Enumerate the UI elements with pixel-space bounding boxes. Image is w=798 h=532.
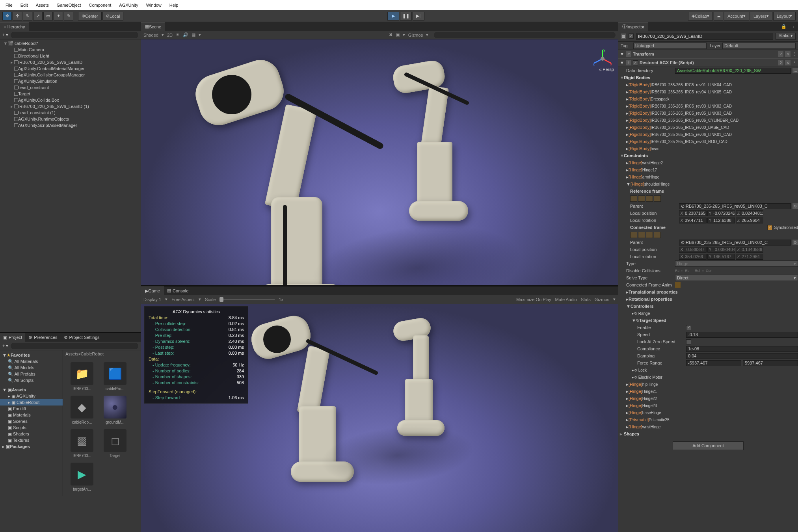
force-max[interactable]: 5937.467 [743, 360, 798, 366]
create-dropdown[interactable]: + ▾ [2, 32, 8, 37]
hierarchy-item[interactable]: AgXUnity.CollisionGroupsManager [0, 72, 141, 78]
mute-toggle[interactable]: Mute Audio [555, 297, 577, 302]
menu-component[interactable]: Component [85, 3, 115, 7]
rigidbody-item[interactable]: ▸[RigidBody] IRB6700_235-265_IRC5_rev04_… [618, 88, 798, 95]
hinge-item[interactable]: ▸[Hinge] wristHinge [618, 423, 798, 430]
gizmos-dropdown[interactable]: Gizmos [408, 33, 423, 37]
stats-toggle[interactable]: Stats [581, 297, 591, 302]
hierarchy-item[interactable]: head_constraint (1) [0, 110, 141, 116]
rigidbody-item[interactable]: ▸[RigidBody] IRB6700_235-265_IRC5_rev06_… [618, 117, 798, 124]
rigidbody-item[interactable]: ▸[RigidBody] IRB6700_235-265_IRC5_rev06_… [618, 131, 798, 138]
parent-field-2[interactable]: ⊙IRB6700_235-265_IRC5_rev03_LINK02_C [679, 240, 791, 246]
hinge-item[interactable]: ▸[Hinge] Hinge17 [618, 166, 798, 173]
folder-item[interactable]: ▣ Scenes [0, 418, 63, 424]
hierarchy-item[interactable]: AgXUnity.Collide.Box [0, 97, 141, 103]
hinge-item[interactable]: ▸[Hinge] armHinge [618, 173, 798, 180]
breadcrumb[interactable]: Assets > CableRobot [63, 350, 141, 357]
menu-icon[interactable]: ⋮ [792, 52, 796, 57]
account-dropdown[interactable]: Account ▾ [724, 12, 749, 20]
speed-field[interactable]: -0.13 [686, 332, 798, 338]
audio-icon[interactable]: 🔊 [183, 32, 188, 37]
static-dropdown[interactable]: Static ▾ [776, 33, 796, 40]
sync-toggle[interactable]: ✓ [767, 225, 772, 230]
asset-item[interactable]: 🟦cablePro... [101, 362, 129, 391]
prismatic-item[interactable]: ▸[Prismatic] Prismatic25 [618, 416, 798, 423]
scene-search[interactable] [434, 32, 616, 38]
hinge-item[interactable]: ▸[Hinge] Hinge22 [618, 395, 798, 402]
folder-item[interactable]: ▸ ▣ AGXUnity [0, 393, 63, 399]
play-button[interactable]: ▶ [387, 12, 399, 20]
menu-gameobject[interactable]: GameObject [53, 3, 85, 7]
layout-dropdown[interactable]: Layout ▾ [773, 12, 796, 20]
cloud-button[interactable]: ☁ [714, 12, 723, 20]
hierarchy-item[interactable]: Main Camera [0, 47, 141, 53]
folder-item[interactable]: ▣ Scripts [0, 424, 63, 431]
pivot-local[interactable]: ⊘ Local [102, 12, 123, 20]
hinge-item[interactable]: ▸[Hinge] hipHinge [618, 381, 798, 388]
rect-tool[interactable]: ▭ [43, 12, 53, 20]
rigidbody-item[interactable]: ▸[RigidBody] IRB6700_235-265_IRC5_rev01_… [618, 81, 798, 88]
game-view[interactable]: AGX Dynamics statisticsTotal time:3.84 m… [141, 304, 618, 532]
project-settings-tab[interactable]: ⚙ Project Settings [61, 333, 103, 342]
type-dropdown[interactable]: Hinge ▾ [675, 260, 798, 267]
folder-item[interactable]: ▣ Forklift [0, 406, 63, 412]
menu-file[interactable]: File [2, 3, 17, 7]
compliance-field[interactable]: 1e-08 [686, 346, 798, 352]
hinge-item[interactable]: ▸[Hinge] Hinge23 [618, 402, 798, 409]
project-search[interactable] [11, 343, 138, 349]
preferences-tab[interactable]: ⚙ Preferences [25, 333, 60, 342]
hierarchy-tab[interactable]: ≡ Hierarchy [0, 22, 29, 31]
inspector-tab[interactable]: ⓘ Inspector [618, 22, 648, 31]
preset-icon[interactable]: ⎋ [785, 51, 791, 57]
asset-item[interactable]: ▶targetAn... [68, 463, 96, 491]
menu-window[interactable]: Window [142, 3, 166, 7]
hinge-item-open[interactable]: ▼[Hinge] shoulderHinge [618, 180, 798, 188]
rigidbody-item[interactable]: ▸[RigidBody] head [618, 145, 798, 152]
hierarchy-item[interactable]: ▸ IRB6700_220_265_SW6_LeanID (1) [0, 103, 141, 110]
menu-agxunity[interactable]: AGXUnity [115, 3, 142, 7]
favorites-header[interactable]: ▼ ★ Favorites [0, 352, 63, 358]
gizmo-icon[interactable]: ✖ [389, 32, 392, 37]
hinge-item[interactable]: ▸[Hinge] baseHinge [618, 409, 798, 416]
folder-item[interactable]: ▣ Textures [0, 437, 63, 443]
force-min[interactable]: -5937.467 [686, 360, 741, 366]
solve-dropdown[interactable]: Direct ▾ [675, 275, 798, 281]
menu-icon[interactable]: ⋮ [792, 60, 796, 65]
favorite-item[interactable]: 🔍 All Scripts [0, 377, 63, 383]
layer-dropdown[interactable]: Default [722, 43, 796, 49]
asset-item[interactable]: ▩IRB6700... [68, 429, 96, 458]
scene-tab[interactable]: ▦ Scene [141, 22, 165, 31]
camera-icon[interactable]: ▣ [396, 32, 400, 37]
component-header[interactable]: ▼↗Transform?⎋⋮ [618, 50, 798, 58]
parent-field[interactable]: ⊙IRB6700_235-265_IRC5_rev05_LINK03_C [679, 203, 791, 209]
rigidbody-item[interactable]: ▸[RigidBody] IRB6700_235-265_IRC5_rev05_… [618, 110, 798, 117]
packages-header[interactable]: ▸ ▣ Packages [0, 443, 63, 450]
favorite-item[interactable]: 🔍 All Materials [0, 358, 63, 365]
hierarchy-item[interactable]: AGXUnity.RuntimeObjects [0, 116, 141, 122]
gameobject-name[interactable] [636, 33, 773, 40]
rigidbody-item[interactable]: ▸[RigidBody] IRB6700_235-265_IRC5_rev00_… [618, 124, 798, 131]
project-create[interactable]: + ▾ [2, 343, 8, 348]
active-checkbox[interactable]: ✓ [629, 33, 634, 39]
menu-assets[interactable]: Assets [32, 3, 53, 7]
favorite-item[interactable]: 🔍 All Models [0, 365, 63, 371]
hierarchy-item[interactable]: head_constraint [0, 84, 141, 91]
rotate-tool[interactable]: ↻ [23, 12, 32, 20]
scale-tool[interactable]: ⤢ [33, 12, 43, 20]
hierarchy-item[interactable]: AgXUnity.Simulation [0, 78, 141, 84]
pause-button[interactable]: ❚❚ [400, 12, 412, 20]
menu-edit[interactable]: Edit [17, 3, 32, 7]
scene-root[interactable]: ▼🎬 cableRobot* [0, 40, 141, 47]
enable-checkbox[interactable]: ✓ [686, 325, 691, 330]
lock-icon[interactable]: 🔒 [779, 24, 789, 29]
rigidbody-item[interactable]: ▸[RigidBody] Dresspack [618, 95, 798, 102]
help-icon[interactable]: ? [778, 51, 783, 57]
project-tab[interactable]: ▣ Project [0, 333, 25, 342]
layers-dropdown[interactable]: Layers ▾ [750, 12, 772, 20]
data-dir-field[interactable]: Assets/CableRobot/IRB6700_220_265_SW [675, 68, 791, 74]
step-button[interactable]: ▶| [413, 12, 424, 20]
gizmos-toggle[interactable]: Gizmos [595, 297, 609, 302]
scene-view[interactable]: y x z ≤ Persp [141, 39, 618, 285]
rigidbody-item[interactable]: ▸[RigidBody] IRB6700_235-265_IRC5_rev03_… [618, 138, 798, 145]
transform-tool[interactable]: ✦ [54, 12, 63, 20]
